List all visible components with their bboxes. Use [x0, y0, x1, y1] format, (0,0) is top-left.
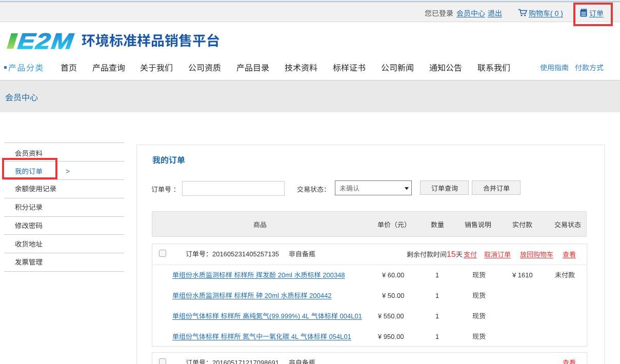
- svg-text:E2M: E2M: [16, 32, 75, 50]
